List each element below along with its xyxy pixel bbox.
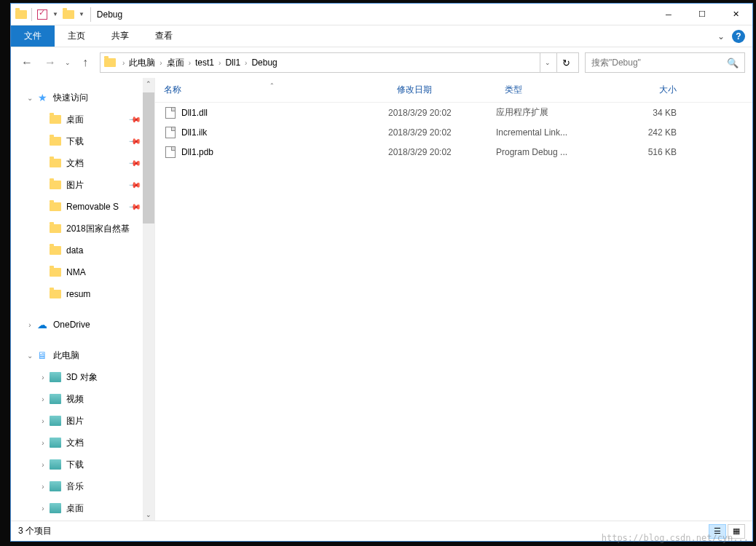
sidebar-item-onedrive[interactable]: › ☁ OneDrive	[11, 314, 154, 336]
sidebar-item-music[interactable]: › 音乐	[11, 475, 154, 497]
pin-icon: 📌	[127, 112, 141, 126]
chevron-right-icon[interactable]: ›	[217, 59, 222, 67]
file-row[interactable]: Dll1.ilk 2018/3/29 20:02 Incremental Lin…	[155, 122, 752, 142]
sidebar-item-documents[interactable]: › 文档	[11, 432, 154, 454]
chevron-down-icon[interactable]: ⌄	[24, 94, 36, 102]
up-button[interactable]: ↑	[76, 54, 94, 71]
tree-label: 此电脑	[53, 349, 79, 362]
history-dropdown-icon[interactable]: ⌄	[65, 59, 71, 66]
sidebar-item-pictures[interactable]: › 图片	[11, 410, 154, 432]
forward-button[interactable]: →	[42, 54, 59, 71]
chevron-right-icon[interactable]: ›	[243, 59, 248, 67]
chevron-right-icon[interactable]: ›	[158, 59, 163, 67]
folder-icon	[103, 58, 117, 68]
tab-home[interactable]: 主页	[55, 25, 98, 47]
breadcrumb-item[interactable]: 桌面	[164, 57, 187, 69]
sidebar-item-this-pc[interactable]: ⌄ 🖥 此电脑	[11, 344, 154, 366]
chevron-down-icon[interactable]: ⌄	[24, 352, 36, 360]
chevron-right-icon[interactable]: ›	[37, 417, 49, 425]
column-type[interactable]: 类型	[496, 84, 605, 96]
chevron-down-icon[interactable]: ⌄	[717, 31, 725, 41]
sidebar-item-documents[interactable]: 文档 📌	[11, 152, 154, 174]
search-input[interactable]: 搜索"Debug" 🔍	[585, 52, 745, 73]
scroll-thumb[interactable]	[143, 92, 154, 223]
file-date: 2018/3/29 20:02	[388, 127, 496, 138]
breadcrumb-item[interactable]: Debug	[248, 58, 280, 68]
qat-customize-icon[interactable]: ▼	[79, 11, 84, 17]
sidebar-item-pictures[interactable]: 图片 📌	[11, 174, 154, 196]
chevron-right-icon[interactable]: ›	[121, 59, 126, 67]
file-icon	[164, 146, 177, 159]
sidebar-item-downloads[interactable]: › 下载	[11, 454, 154, 475]
sidebar-item-folder[interactable]: NMA	[11, 261, 154, 283]
sidebar-item-folder[interactable]: data	[11, 240, 154, 261]
column-date[interactable]: 修改日期	[388, 84, 496, 96]
chevron-right-icon[interactable]: ›	[37, 439, 49, 447]
tab-share[interactable]: 共享	[98, 25, 142, 47]
folder-icon	[61, 7, 76, 22]
tab-view[interactable]: 查看	[142, 25, 186, 47]
sidebar-item-downloads[interactable]: 下载 📌	[11, 130, 154, 152]
library-icon	[49, 480, 62, 493]
navigation-bar: ← → ⌄ ↑ › 此电脑 › 桌面 › test1 › Dll1 › Debu…	[11, 47, 752, 78]
chevron-right-icon[interactable]: ›	[37, 461, 49, 469]
tree-label: 视频	[66, 393, 84, 405]
back-button[interactable]: ←	[18, 54, 36, 71]
ribbon-tabs: 文件 主页 共享 查看 ⌄ ?	[11, 25, 752, 47]
sidebar-item-desktop[interactable]: › 桌面	[11, 497, 154, 519]
file-icon	[164, 126, 177, 139]
scroll-down-icon[interactable]: ⌄	[143, 509, 154, 521]
column-name[interactable]: ⌃ 名称	[155, 84, 388, 96]
tree-label: 桌面	[66, 502, 84, 515]
column-size[interactable]: 大小	[605, 84, 685, 96]
library-icon	[49, 458, 62, 471]
tab-file[interactable]: 文件	[11, 25, 55, 47]
pin-icon: 📌	[127, 156, 141, 170]
sidebar-item-removable[interactable]: Removable S 📌	[11, 196, 154, 218]
file-row[interactable]: Dll1.pdb 2018/3/29 20:02 Program Debug .…	[155, 142, 752, 162]
file-row[interactable]: Dll1.dll 2018/3/29 20:02 应用程序扩展 34 KB	[155, 103, 752, 122]
star-icon: ★	[36, 91, 49, 104]
tree-label: Removable S	[66, 202, 119, 212]
maximize-button[interactable]: ☐	[685, 4, 719, 25]
breadcrumb-item[interactable]: 此电脑	[126, 57, 158, 69]
chevron-right-icon[interactable]: ›	[37, 483, 49, 491]
breadcrumb-item[interactable]: test1	[192, 58, 217, 68]
chevron-right-icon[interactable]: ›	[37, 373, 49, 381]
tree-label: 文档	[66, 437, 84, 449]
address-bar[interactable]: › 此电脑 › 桌面 › test1 › Dll1 › Debug ⌄ ↻	[100, 52, 579, 73]
tree-label: data	[66, 245, 83, 256]
library-icon	[49, 414, 62, 427]
scrollbar[interactable]: ⌃ ⌄	[143, 78, 154, 521]
chevron-right-icon[interactable]: ›	[37, 395, 49, 403]
chevron-right-icon[interactable]: ›	[187, 59, 192, 67]
pin-icon: 📌	[127, 199, 141, 213]
sidebar-item-quick-access[interactable]: ⌄ ★ 快速访问	[11, 87, 154, 108]
chevron-right-icon[interactable]: ›	[37, 505, 49, 513]
close-button[interactable]: ✕	[719, 4, 752, 25]
file-size: 242 KB	[605, 127, 677, 138]
help-icon[interactable]: ?	[732, 30, 745, 43]
scroll-up-icon[interactable]: ⌃	[143, 78, 154, 90]
tree-label: OneDrive	[53, 320, 90, 330]
file-icon	[164, 106, 177, 119]
sidebar-item-folder[interactable]: resum	[11, 283, 154, 305]
search-icon: 🔍	[727, 58, 739, 68]
breadcrumb-item[interactable]: Dll1	[222, 58, 243, 68]
file-size: 34 KB	[605, 108, 677, 118]
chevron-right-icon[interactable]: ›	[24, 321, 36, 329]
sidebar-item-desktop[interactable]: 桌面 📌	[11, 108, 154, 130]
minimize-button[interactable]: ─	[652, 4, 685, 25]
tree-label: 下载	[66, 459, 84, 471]
address-dropdown-icon[interactable]: ⌄	[540, 53, 555, 72]
explorer-window: ▼ ▼ Debug ─ ☐ ✕ 文件 主页 共享 查看 ⌄ ? ← → ⌄ ↑ …	[10, 3, 753, 542]
titlebar: ▼ ▼ Debug ─ ☐ ✕	[11, 4, 752, 25]
qat-dropdown-icon[interactable]: ▼	[52, 11, 58, 17]
tree-label: 桌面	[66, 114, 84, 126]
sidebar-item-videos[interactable]: › 视频	[11, 388, 154, 410]
refresh-button[interactable]: ↻	[556, 53, 575, 72]
quick-access-toolbar: ▼ ▼	[11, 7, 84, 22]
sidebar-item-3d[interactable]: › 3D 对象	[11, 366, 154, 388]
sidebar-item-folder[interactable]: 2018国家自然基	[11, 218, 154, 240]
properties-icon[interactable]	[35, 7, 50, 22]
